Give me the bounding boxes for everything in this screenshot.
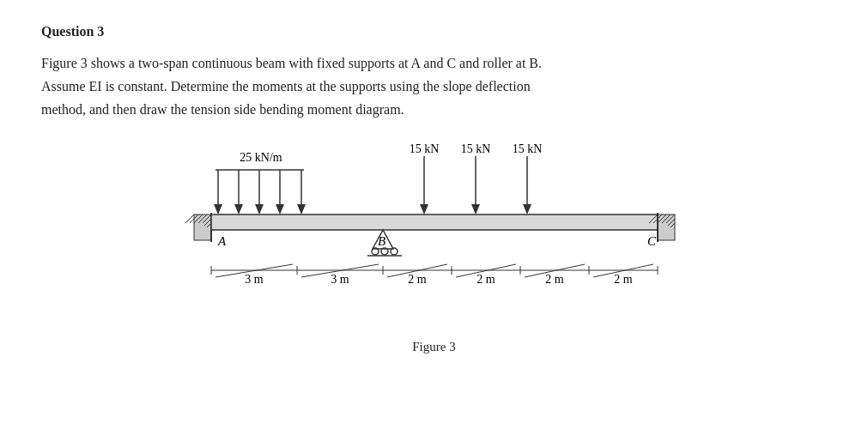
label-a: A: [217, 234, 227, 248]
svg-marker-15: [297, 204, 306, 214]
svg-marker-1: [420, 204, 428, 214]
span1-label: 3 m: [245, 273, 264, 286]
question-body: Figure 3 shows a two-span continuous bea…: [41, 51, 827, 122]
span2-label: 3 m: [331, 273, 349, 286]
body-line2: Assume EI is constant. Determine the mom…: [41, 79, 531, 94]
svg-marker-9: [234, 204, 243, 214]
svg-marker-11: [255, 204, 264, 214]
svg-marker-7: [214, 204, 222, 214]
label-c: C: [647, 234, 657, 248]
point-load-2-label: 15 kN: [460, 142, 490, 155]
span6-label: 2 m: [614, 273, 633, 286]
svg-marker-3: [471, 204, 480, 214]
point-load-1-label: 15 kN: [409, 142, 439, 155]
figure-caption: Figure 3: [412, 340, 455, 354]
svg-marker-5: [523, 204, 531, 214]
svg-point-39: [391, 248, 398, 255]
span3-label: 2 m: [408, 273, 427, 286]
udl-label: 25 kN/m: [240, 151, 282, 164]
beam-diagram: 15 kN 15 kN 15 kN 25 kN/m: [168, 137, 701, 335]
body-line3: method, and then draw the tension side b…: [41, 102, 404, 117]
label-b: B: [378, 234, 385, 248]
span5-label: 2 m: [545, 273, 564, 286]
point-load-3-label: 15 kN: [512, 142, 542, 155]
body-line1: Figure 3 shows a two-span continuous bea…: [41, 56, 542, 70]
svg-marker-13: [276, 204, 284, 214]
span4-label: 2 m: [476, 273, 495, 286]
svg-line-18: [185, 214, 194, 223]
question-title: Question 3: [41, 24, 827, 39]
figure-area: 15 kN 15 kN 15 kN 25 kN/m: [41, 137, 827, 354]
svg-rect-26: [211, 214, 658, 230]
